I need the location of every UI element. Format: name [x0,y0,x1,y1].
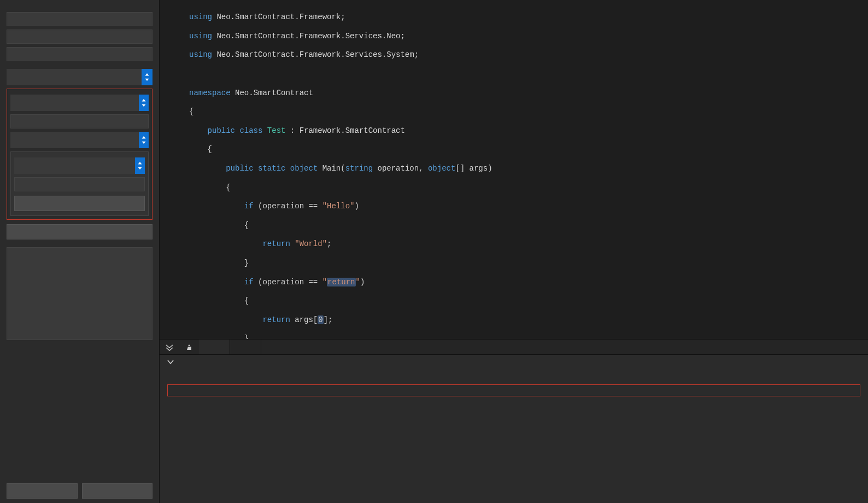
main-call-select[interactable] [7,69,153,85]
dropdown-arrow-icon [139,95,149,111]
code-content: using Neo.SmartContract.Framework; using… [185,0,868,339]
param1-value-input[interactable] [10,114,149,128]
param2-sub-box [10,151,149,216]
add-subparam-button[interactable] [14,196,145,211]
dropdown-arrow-icon [135,157,145,174]
tab-output[interactable] [199,340,230,354]
test-run-button[interactable] [82,483,153,499]
param2-1-type-select[interactable] [14,157,145,174]
param1-type-select[interactable] [10,95,149,111]
params-highlight-box [7,89,153,220]
add-param-button[interactable] [7,224,153,239]
attachgas-input[interactable] [7,47,153,61]
panel-tabbar [160,340,868,355]
chevron-down-icon[interactable] [167,358,174,366]
sysfee-input[interactable] [7,12,153,26]
sidebar-title [0,0,159,9]
line-gutter [160,0,185,339]
param2-1-value-input[interactable] [14,177,145,191]
result-code-box [167,384,860,396]
invoke-tx-button[interactable] [7,483,78,499]
code-editor[interactable]: using Neo.SmartContract.Framework; using… [160,0,868,339]
netfee-input[interactable] [7,30,153,44]
collapse-icon[interactable] [160,340,179,354]
output-panel [160,339,868,503]
dropdown-arrow-icon [139,132,149,148]
dropdown-arrow-icon [142,69,153,85]
json-preview [7,247,153,340]
param2-type-select[interactable] [10,132,149,148]
clear-icon[interactable] [179,340,199,354]
sidebar [0,0,160,503]
tab-stack[interactable] [230,340,261,354]
